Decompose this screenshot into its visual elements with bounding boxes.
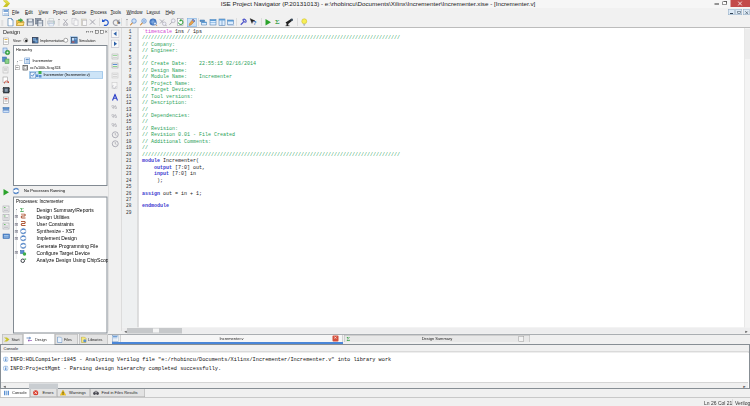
svg-text:%: % [112,104,118,110]
svg-text:%: % [112,122,118,128]
svg-text:%: % [112,113,118,119]
svg-text:?: ? [253,20,257,26]
